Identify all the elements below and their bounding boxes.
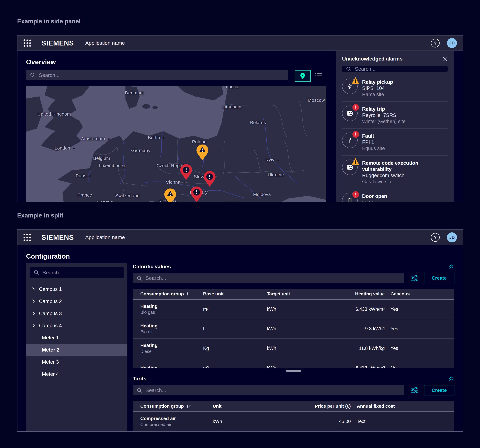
door-icon bbox=[342, 193, 358, 202]
target-unit: kWh bbox=[267, 326, 334, 331]
tree-item-campus-1[interactable]: Campus 1 bbox=[30, 283, 124, 295]
create-button[interactable]: Create bbox=[424, 273, 454, 283]
map-marker-critical[interactable] bbox=[179, 164, 193, 181]
tarifs-search-input[interactable]: Search... bbox=[133, 385, 404, 395]
column-header[interactable]: Annual fixed cost bbox=[357, 404, 398, 409]
gaseous-value: No bbox=[390, 365, 400, 368]
column-header[interactable]: Base unit bbox=[203, 291, 267, 296]
sort-ascending-icon[interactable] bbox=[186, 292, 191, 296]
map-label: London bbox=[55, 146, 75, 151]
list-view-button[interactable] bbox=[311, 70, 326, 82]
tree-item-meter-3[interactable]: Meter 3 bbox=[30, 356, 124, 368]
table-row[interactable]: HeatingDiesel Kg kWh 11.8 kWh/kg Yes bbox=[133, 339, 454, 358]
alarm-site: Equus site bbox=[362, 145, 385, 152]
window-overview: SIEMENS Application name ? JD Overview S… bbox=[17, 35, 463, 202]
heating-value: 6.433 kWh/m³ bbox=[334, 307, 385, 312]
column-header[interactable]: Unit bbox=[213, 404, 278, 409]
map-marker-warning[interactable] bbox=[163, 188, 177, 202]
create-button[interactable]: Create bbox=[424, 385, 454, 395]
sidebar-search-input[interactable]: Search... bbox=[30, 267, 124, 278]
help-icon[interactable]: ? bbox=[431, 233, 440, 242]
tree-item-campus-3[interactable]: Campus 3 bbox=[30, 308, 124, 320]
map-label: Moldova bbox=[253, 192, 271, 197]
map-view-button[interactable] bbox=[295, 70, 311, 82]
alarms-panel-title: Unacknowledged alarms bbox=[342, 56, 403, 62]
double-chevron-up-icon bbox=[448, 264, 454, 269]
map-label: Moscow bbox=[308, 98, 325, 103]
app-bar: SIEMENS Application name ? JD bbox=[17, 35, 463, 51]
app-switcher-icon[interactable] bbox=[23, 39, 31, 47]
column-header[interactable]: Target unit bbox=[267, 291, 334, 296]
map-marker-critical[interactable] bbox=[203, 171, 216, 187]
table-row[interactable]: Heating m³ kWh 6.433 kWh/m³ No bbox=[133, 358, 454, 368]
map-label: Ukraine bbox=[268, 172, 284, 177]
column-header[interactable]: Consumption group bbox=[140, 291, 184, 296]
column-header[interactable]: Price per unit (€) bbox=[278, 404, 351, 409]
map-marker-warning[interactable] bbox=[196, 144, 209, 161]
map-label: United Kingdom bbox=[37, 112, 71, 117]
map-label: Romania bbox=[223, 201, 242, 202]
tree-item-campus-4[interactable]: Campus 4 bbox=[30, 320, 124, 332]
base-unit: m³ bbox=[203, 365, 267, 368]
tree-item-label: Campus 2 bbox=[39, 298, 62, 304]
map-marker-critical[interactable] bbox=[190, 186, 203, 202]
price-per-unit: 45.00 bbox=[278, 419, 351, 424]
table-row[interactable]: HeatingBio oil l kWh 9.8 kWh/l Yes bbox=[133, 319, 454, 339]
horizontal-scrollbar[interactable] bbox=[286, 370, 301, 372]
avatar[interactable]: JD bbox=[447, 38, 457, 48]
filter-button[interactable] bbox=[411, 386, 418, 394]
collapse-section-button[interactable] bbox=[448, 264, 454, 269]
calorific-section-title: Calorific values bbox=[133, 264, 171, 269]
alarm-title: Remote code execution vulnerability bbox=[362, 160, 448, 172]
base-unit: Kg bbox=[203, 346, 267, 351]
europe-map[interactable]: Denmark United Kingdom Amsterdam London … bbox=[26, 86, 326, 202]
map-label: Kyiv bbox=[266, 157, 279, 162]
tree-item-campus-2[interactable]: Campus 2 bbox=[30, 295, 124, 308]
alarm-title: Relay trip bbox=[362, 106, 405, 112]
consumption-group: Heating bbox=[140, 365, 158, 368]
alarm-device: Reyrolle_7SRS bbox=[362, 112, 405, 118]
view-toggle bbox=[295, 70, 326, 82]
alarm-item[interactable]: Remote code execution vulnerability Rugg… bbox=[342, 156, 448, 189]
table-row[interactable]: Compressed airCompressed air kWh 45.00 T… bbox=[133, 412, 454, 431]
filter-button[interactable] bbox=[411, 274, 418, 282]
app-switcher-icon[interactable] bbox=[23, 234, 31, 241]
collapse-section-button[interactable] bbox=[448, 376, 454, 381]
tree-item-meter-4[interactable]: Meter 4 bbox=[30, 368, 124, 380]
lightning-icon bbox=[342, 78, 358, 94]
critical-badge-icon bbox=[352, 131, 359, 138]
siemens-logo: SIEMENS bbox=[42, 39, 74, 47]
search-input[interactable]: Search... bbox=[26, 70, 288, 80]
calorific-search-input[interactable]: Search... bbox=[133, 273, 404, 283]
column-header[interactable]: Heating value bbox=[334, 291, 385, 296]
map-pin-icon bbox=[299, 72, 306, 79]
alarm-site: Winter (Gethen) site bbox=[362, 118, 405, 125]
gaseous-value: Yes bbox=[390, 326, 402, 331]
column-header[interactable]: Consumption group bbox=[140, 404, 184, 409]
alarm-item[interactable]: Relay trip Reyrolle_7SRS Winter (Gethen)… bbox=[342, 102, 448, 129]
annual-fixed-cost: Text bbox=[357, 419, 369, 424]
avatar[interactable]: JD bbox=[447, 232, 457, 242]
alarm-item[interactable]: Fault FPI 1 Equus site bbox=[342, 129, 448, 156]
close-icon[interactable] bbox=[442, 56, 448, 62]
consumption-group: Heating bbox=[140, 343, 158, 349]
unacknowledged-alarms-panel: Unacknowledged alarms Search... Relay bbox=[336, 51, 454, 202]
filter-sliders-icon bbox=[411, 386, 418, 394]
tree-item-meter-2[interactable]: Meter 2 bbox=[26, 344, 127, 356]
alarm-title: Relay pickup bbox=[362, 79, 393, 85]
search-placeholder: Search... bbox=[355, 66, 375, 72]
map-label: Denmark bbox=[125, 90, 144, 95]
search-icon bbox=[137, 388, 142, 393]
alarm-item[interactable]: Relay pickup SIPS_104 Rama site bbox=[342, 75, 448, 102]
consumption-group: Heating bbox=[140, 303, 158, 309]
alarms-search-input[interactable]: Search... bbox=[342, 66, 448, 72]
app-bar: SIEMENS Application name ? JD bbox=[17, 230, 463, 245]
tree-item-meter-1[interactable]: Meter 1 bbox=[30, 332, 124, 344]
search-placeholder: Search... bbox=[42, 270, 63, 276]
alarm-item[interactable]: Door open FPI 1 bbox=[342, 189, 448, 202]
page-title: Overview bbox=[26, 58, 326, 66]
sort-ascending-icon[interactable] bbox=[186, 404, 191, 408]
column-header[interactable]: Gaseous bbox=[390, 291, 413, 296]
table-row[interactable]: HeatingBio gas m³ kWh 6.433 kWh/m³ Yes bbox=[133, 300, 454, 319]
help-icon[interactable]: ? bbox=[431, 39, 440, 48]
